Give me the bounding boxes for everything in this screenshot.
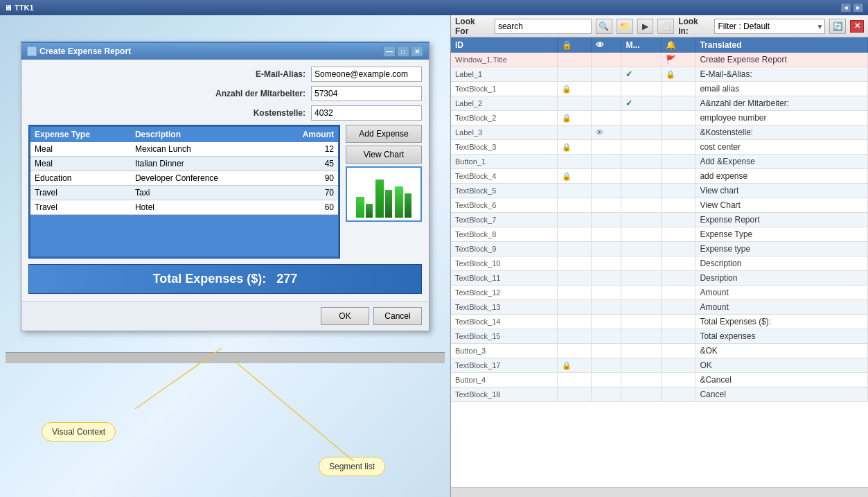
play-icon-btn[interactable]: ▶: [637, 19, 654, 34]
view-chart-button[interactable]: View Chart: [346, 146, 422, 164]
email-input[interactable]: [311, 67, 422, 82]
row-m: [621, 155, 662, 169]
list-item[interactable]: Label_2 ✓ A&nzahl der Mitarbeiter:: [451, 96, 868, 111]
list-item[interactable]: Button_4 &Cancel: [451, 373, 868, 387]
dialog-minimize-btn[interactable]: —: [383, 46, 396, 57]
list-item[interactable]: Label_1 ✓ 🔒 E-Mail-&Alias:: [451, 67, 868, 82]
row-warn: [662, 373, 696, 387]
row-translated: add expense: [696, 169, 868, 184]
dialog-maximize-btn[interactable]: □: [397, 46, 409, 57]
bottom-scroll[interactable]: [6, 352, 445, 363]
ok-button[interactable]: OK: [321, 307, 369, 325]
row-lock: 🔒: [557, 82, 591, 96]
row-m: [621, 373, 662, 387]
list-item[interactable]: Button_1 Add &Expense: [451, 155, 868, 169]
list-item[interactable]: TextBlock_2 🔒 employee number: [451, 111, 868, 125]
list-item[interactable]: TextBlock_11 Desription: [451, 271, 868, 286]
row-translated: &Kostenstelle:: [696, 125, 868, 140]
table-row[interactable]: Meal Italian Dinner 45: [30, 157, 338, 171]
table-row[interactable]: Meal Mexican Lunch 12: [30, 142, 338, 157]
row-warn: [662, 111, 696, 125]
table-row[interactable]: Travel Taxi 70: [30, 186, 338, 200]
row-warn: [662, 256, 696, 271]
translation-table-wrapper[interactable]: ID 🔒 👁 M... 🔔 Translated Window_1.Title …: [451, 37, 868, 487]
expense-table-container: Expense Type Description Amount Meal Mex…: [28, 125, 340, 259]
row-m: [621, 125, 662, 140]
list-item[interactable]: TextBlock_12 Amount: [451, 286, 868, 300]
row-eye: [591, 169, 621, 184]
row-eye: 👁: [591, 125, 621, 140]
app-title: TTK1: [15, 3, 34, 12]
row-translated: Expense type: [696, 242, 868, 256]
row-translated: employee number: [696, 111, 868, 125]
panel-close-btn[interactable]: ✕: [850, 20, 864, 33]
row-translated: &OK: [696, 344, 868, 358]
row-warn: [662, 184, 696, 198]
list-item[interactable]: TextBlock_8 Expense Type: [451, 227, 868, 242]
list-item[interactable]: TextBlock_3 🔒 cost center: [451, 140, 868, 155]
refresh-icon-btn[interactable]: 🔄: [829, 19, 846, 34]
list-item[interactable]: TextBlock_17 🔒 OK: [451, 358, 868, 373]
row-id: Label_2: [451, 96, 557, 111]
nav-back-btn[interactable]: ◄: [840, 3, 851, 12]
row-lock: [557, 387, 591, 402]
row-translated: Add &Expense: [696, 155, 868, 169]
list-item[interactable]: TextBlock_6 View Chart: [451, 198, 868, 213]
expense-amount-cell: 70: [275, 186, 338, 200]
row-eye: [591, 67, 621, 82]
list-item[interactable]: TextBlock_9 Expense type: [451, 242, 868, 256]
add-expense-button[interactable]: Add Expense: [346, 125, 422, 143]
dialog-close-btn[interactable]: ✕: [411, 46, 423, 57]
list-item[interactable]: TextBlock_1 🔒 email alias: [451, 82, 868, 96]
list-item[interactable]: TextBlock_10 Description: [451, 256, 868, 271]
list-item[interactable]: TextBlock_18 Cancel: [451, 387, 868, 402]
dialog-body: E-Mail-Alias: Anzahl der Mitarbeiter: Ko…: [21, 60, 429, 301]
cancel-button[interactable]: Cancel: [373, 307, 422, 325]
list-item[interactable]: TextBlock_5 View chart: [451, 184, 868, 198]
translation-scrollbar[interactable]: [451, 487, 868, 497]
dialog-footer: OK Cancel: [21, 301, 429, 331]
segment-list-label: Segment list: [319, 457, 385, 476]
table-row[interactable]: Travel Hotel 60: [30, 200, 338, 215]
table-header-row: ID 🔒 👁 M... 🔔 Translated: [451, 37, 868, 53]
col-header-amount: Amount: [275, 127, 338, 142]
search-input[interactable]: [495, 19, 592, 34]
row-translated: Amount: [696, 286, 868, 300]
employees-input[interactable]: [311, 86, 422, 101]
row-m: [621, 140, 662, 155]
folder-icon-btn[interactable]: 📁: [617, 19, 633, 34]
row-lock: [557, 125, 591, 140]
list-item[interactable]: TextBlock_13 Amount: [451, 300, 868, 315]
expense-type-cell: Travel: [30, 186, 131, 200]
row-lock: [557, 227, 591, 242]
row-translated: Description: [696, 256, 868, 271]
list-item[interactable]: TextBlock_7 Expense Report: [451, 213, 868, 227]
row-translated: Amount: [696, 300, 868, 315]
row-warn: [662, 213, 696, 227]
row-lock: [557, 96, 591, 111]
list-item[interactable]: TextBlock_15 Total expenses: [451, 329, 868, 344]
filter-input[interactable]: [714, 19, 825, 34]
row-warn: [662, 329, 696, 344]
table-row[interactable]: Education Developer Conference 90: [30, 171, 338, 186]
row-id: TextBlock_8: [451, 227, 557, 242]
list-item[interactable]: Label_3 👁 &Kostenstelle:: [451, 125, 868, 140]
row-eye: [591, 300, 621, 315]
expense-type-cell: Travel: [30, 200, 131, 215]
lock-icon: 🔒: [562, 361, 572, 369]
expense-description-cell: Mexican Lunch: [131, 142, 276, 157]
costcenter-input[interactable]: [311, 105, 422, 121]
list-item[interactable]: TextBlock_14 Total Expenses ($):: [451, 315, 868, 329]
list-item[interactable]: Button_3 &OK: [451, 344, 868, 358]
row-eye: [591, 213, 621, 227]
list-item[interactable]: TextBlock_4 🔒 add expense: [451, 169, 868, 184]
search-icon-btn[interactable]: 🔍: [596, 19, 612, 34]
row-m: [621, 358, 662, 373]
col-eye: 👁: [591, 37, 621, 53]
stop-icon-btn[interactable]: ⬜: [657, 19, 674, 34]
row-warn: [662, 242, 696, 256]
nav-forward-btn[interactable]: ►: [853, 3, 864, 12]
list-item[interactable]: Window_1.Title 🚩 Create Expense Report: [451, 53, 868, 67]
row-translated: View chart: [696, 184, 868, 198]
row-id: Label_1: [451, 67, 557, 82]
